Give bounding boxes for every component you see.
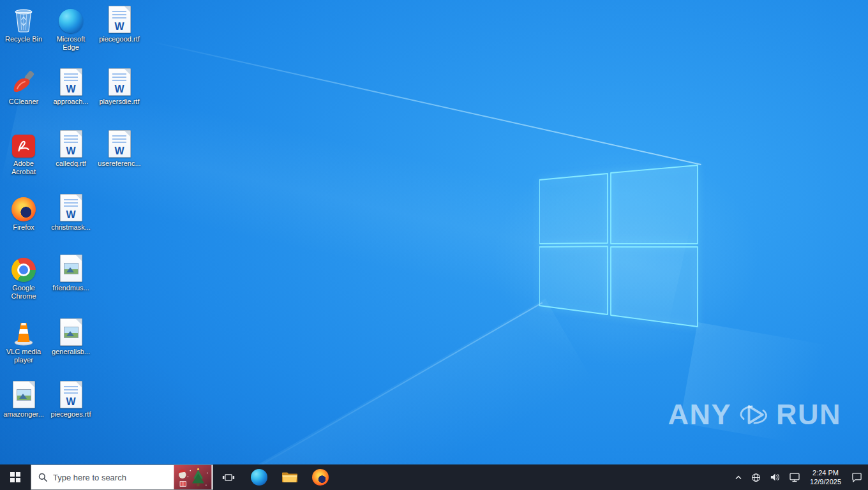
desktop-icon-piecegood-rtf[interactable]: Wpiecegood.rtf	[96, 5, 143, 43]
desktop-icon-label: christmask...	[51, 223, 91, 232]
windows-logo-wallpaper	[539, 163, 699, 329]
desktop-icon-label: friendmus...	[52, 284, 89, 292]
light-beam	[191, 299, 593, 464]
desktop-icon-playersdie-rtf[interactable]: Wplayersdie.rtf	[96, 68, 143, 106]
file-explorer-icon	[281, 471, 298, 484]
search-icon	[38, 473, 48, 482]
desktop-icon-ccleaner[interactable]: CCleaner	[0, 68, 47, 106]
taskbar-clock[interactable]: 2:24 PM 12/9/2025	[804, 468, 847, 486]
desktop-icon-label: Google Chrome	[1, 284, 47, 301]
tray-volume-button[interactable]	[765, 464, 785, 490]
taskbar: Type here to search	[0, 464, 868, 490]
desktop-icon-amazonger[interactable]: amazonger...	[0, 380, 47, 419]
search-highlight-image[interactable]	[173, 465, 213, 489]
show-hidden-icons-button[interactable]	[730, 464, 747, 490]
desktop-icon-approach[interactable]: Wapproach...	[47, 68, 94, 106]
desktop-icon-label: Adobe Acrobat	[1, 160, 47, 176]
anyrun-watermark: ANY RUN	[668, 398, 841, 431]
light-beam	[680, 322, 867, 452]
desktop-icon-usereferenc[interactable]: Wusereferenc...	[96, 130, 143, 168]
desktop-icon-label: approach...	[53, 98, 88, 106]
watermark-text-any: ANY	[668, 398, 731, 431]
word-icon: W	[60, 193, 82, 221]
light-beam	[1, 70, 692, 331]
edge-icon	[251, 469, 267, 486]
action-center-button[interactable]	[847, 464, 867, 490]
taskbar-file-explorer-button[interactable]	[274, 464, 305, 490]
task-view-button[interactable]	[213, 464, 244, 490]
desktop-icon-recycle-bin[interactable]: Recycle Bin	[0, 5, 47, 43]
desktop-icon-christmask[interactable]: Wchristmask...	[47, 193, 94, 232]
taskbar-search-box[interactable]: Type here to search	[31, 464, 213, 490]
desktop-icon-label: Recycle Bin	[5, 35, 42, 43]
watermark-text-run: RUN	[776, 398, 841, 431]
task-view-icon	[221, 472, 236, 483]
windows-start-icon	[10, 472, 20, 482]
system-tray: 2:24 PM 12/9/2025	[730, 464, 868, 490]
desktop-icon-friendmus[interactable]: friendmus...	[47, 254, 94, 292]
desktop-icon-adobe-acrobat[interactable]: Adobe Acrobat	[0, 130, 47, 176]
word-icon: W	[60, 380, 82, 408]
clock-date: 12/9/2025	[810, 477, 841, 486]
word-icon: W	[60, 68, 82, 96]
desktop-icon-generalisb[interactable]: generalisb...	[47, 318, 94, 356]
taskbar-edge-button[interactable]	[244, 464, 274, 490]
taskbar-firefox-button[interactable]	[305, 464, 336, 490]
desktop-icon-label: playersdie.rtf	[100, 98, 140, 106]
volume-icon	[770, 473, 781, 482]
image-icon	[60, 318, 82, 346]
desktop-icon-label: CCleaner	[9, 98, 38, 106]
clock-time: 2:24 PM	[812, 468, 839, 477]
action-center-icon	[851, 472, 862, 483]
desktop-icon-vlc-media-player[interactable]: VLC media player	[0, 318, 47, 364]
vlc-icon	[11, 318, 36, 346]
desktop-icon-label: Microsoft Edge	[48, 35, 94, 52]
word-icon: W	[60, 130, 82, 158]
logo-glow	[440, 108, 811, 408]
desktop-icon-label: Firefox	[13, 223, 34, 232]
tray-ethernet-button[interactable]	[785, 464, 804, 490]
desktop-icon-firefox[interactable]: Firefox	[0, 193, 47, 232]
image-icon	[13, 380, 35, 408]
word-icon: W	[108, 130, 131, 158]
desktop-icon-label: piecegoes.rtf	[51, 410, 91, 419]
firefox-icon	[312, 469, 329, 486]
ethernet-monitor-icon	[789, 473, 800, 482]
desktop-icon-label: generalisb...	[52, 348, 90, 356]
desktop-icon-label: usereferenc...	[98, 160, 140, 168]
acrobat-icon	[12, 130, 35, 158]
word-icon: W	[108, 68, 131, 96]
desktop-icon-label: piecegood.rtf	[99, 35, 140, 43]
desktop-icon-microsoft-edge[interactable]: Microsoft Edge	[47, 5, 94, 52]
chrome-icon	[11, 254, 36, 282]
network-globe-icon	[751, 473, 761, 482]
desktop-icon-label: amazonger...	[3, 410, 44, 419]
recycle-bin-icon	[11, 5, 36, 33]
edge-icon	[59, 5, 83, 33]
word-icon: W	[108, 5, 131, 33]
desktop-icon-label: VLC media player	[1, 348, 47, 364]
desktop-icon-calledq-rtf[interactable]: Wcalledq.rtf	[47, 130, 94, 168]
start-button[interactable]	[0, 464, 31, 490]
light-beam	[230, 302, 542, 465]
search-placeholder: Type here to search	[53, 473, 168, 482]
anyrun-logo-icon	[736, 400, 772, 429]
desktop-wallpaper[interactable]: Recycle BinMicrosoft EdgeWpiecegood.rtfC…	[0, 0, 868, 464]
desktop-icon-google-chrome[interactable]: Google Chrome	[0, 254, 47, 301]
firefox-icon	[11, 193, 36, 221]
image-icon	[60, 254, 82, 282]
chevron-up-icon	[735, 475, 742, 480]
tray-network-button[interactable]	[747, 464, 765, 490]
desktop-icon-piecegoes-rtf[interactable]: Wpiecegoes.rtf	[47, 380, 94, 419]
light-beam	[150, 41, 701, 165]
ccleaner-icon	[11, 68, 36, 96]
desktop-icon-label: calledq.rtf	[56, 160, 86, 168]
